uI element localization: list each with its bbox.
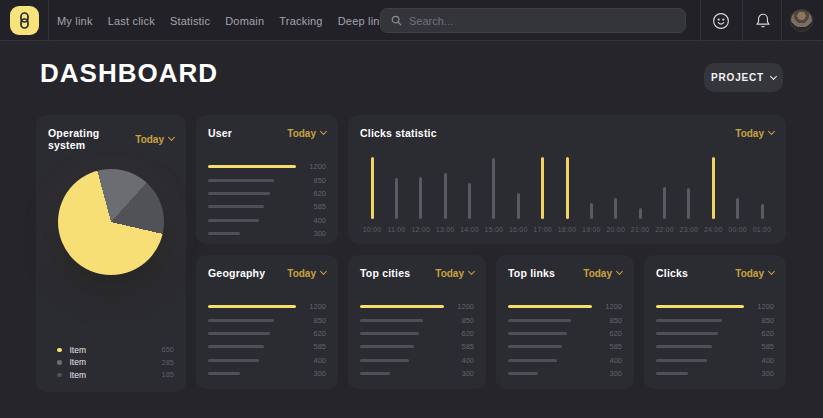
bar <box>517 193 520 219</box>
bar-column: 19:00 <box>579 157 603 233</box>
period-dropdown[interactable]: Today <box>135 134 174 145</box>
nav-item-last-click[interactable]: Last click <box>108 15 155 27</box>
bar-row: 620 <box>360 327 474 340</box>
bar <box>712 157 715 219</box>
bar-row: 850 <box>360 313 474 326</box>
time-label: 19:00 <box>582 226 601 233</box>
bar-track <box>687 157 690 219</box>
nav-item-domain[interactable]: Domain <box>225 15 264 27</box>
page-title: DASHBOARD <box>40 58 218 89</box>
bar-row: 850 <box>208 313 326 326</box>
bar-value: 300 <box>304 229 326 238</box>
top-nav: My linkLast clickStatisticDomainTracking… <box>0 0 823 41</box>
chevron-down-icon <box>168 134 175 141</box>
time-label: 00:00 <box>728 226 747 233</box>
bar-track <box>208 345 296 348</box>
period-dropdown[interactable]: Today <box>735 128 774 139</box>
nav-item-tracking[interactable]: Tracking <box>279 15 322 27</box>
bar <box>360 305 444 309</box>
bar-track <box>614 157 617 219</box>
bar <box>208 179 274 182</box>
bar-track <box>508 319 592 322</box>
bar-row: 300 <box>656 367 774 380</box>
period-dropdown[interactable]: Today <box>287 268 326 279</box>
legend-value: 185 <box>161 370 174 379</box>
bar-column: 20:00 <box>604 157 628 233</box>
bar-chart: 1200850620585400300 <box>656 300 774 380</box>
legend-label: Item <box>70 345 162 355</box>
search-input[interactable] <box>409 15 675 27</box>
bar-column: 15:00 <box>482 157 506 233</box>
bar-track <box>761 157 764 219</box>
bar-row: 1200 <box>508 300 622 313</box>
page-header: DASHBOARD PROJECT <box>0 42 823 104</box>
nav-item-statistic[interactable]: Statistic <box>170 15 210 27</box>
bar <box>444 173 447 219</box>
bar-value: 585 <box>752 342 774 351</box>
app-logo[interactable] <box>10 6 39 35</box>
bar-row: 585 <box>656 340 774 353</box>
bar-column: 01:00 <box>750 157 774 233</box>
bar-value: 620 <box>304 189 326 198</box>
bar-value: 620 <box>752 329 774 338</box>
time-label: 23:00 <box>680 226 699 233</box>
bar-value: 400 <box>304 216 326 225</box>
legend-label: Item <box>70 370 162 380</box>
bar <box>208 332 270 335</box>
bar <box>736 198 739 219</box>
link-icon <box>17 12 32 29</box>
bar-track <box>639 157 642 219</box>
search-box[interactable] <box>380 8 686 33</box>
chevron-down-icon <box>768 128 775 135</box>
bar-value: 400 <box>752 356 774 365</box>
card-geography: Geography Today 1200850620585400300 <box>196 255 338 389</box>
avatar[interactable] <box>790 9 813 32</box>
period-dropdown[interactable]: Today <box>287 128 326 139</box>
bar <box>208 305 296 309</box>
card-title: User <box>208 127 232 139</box>
period-dropdown[interactable]: Today <box>583 268 622 279</box>
bar-track <box>656 345 744 348</box>
nav-item-my-link[interactable]: My link <box>57 15 93 27</box>
bar <box>508 359 557 362</box>
bar-row: 400 <box>656 354 774 367</box>
bar-track <box>508 305 592 309</box>
legend-dot <box>57 348 62 353</box>
bar <box>508 372 538 375</box>
bar-value: 1200 <box>304 302 326 311</box>
bar-column: 17:00 <box>531 157 555 233</box>
project-button[interactable]: PROJECT <box>704 63 783 92</box>
bar-row: 1200 <box>208 160 326 173</box>
time-label: 20:00 <box>606 226 625 233</box>
bar <box>419 177 422 219</box>
bar <box>468 183 471 219</box>
bar-track <box>508 359 592 362</box>
bar <box>508 345 562 348</box>
bar-track <box>444 157 447 219</box>
bar-track <box>208 319 296 322</box>
chevron-down-icon <box>770 72 777 79</box>
bar-track <box>360 372 444 375</box>
period-dropdown[interactable]: Today <box>735 268 774 279</box>
bar-track <box>468 157 471 219</box>
period-label: Today <box>287 128 316 139</box>
notifications-button[interactable] <box>743 0 783 41</box>
account-button[interactable] <box>701 0 741 41</box>
project-button-label: PROJECT <box>711 72 764 83</box>
bar <box>656 319 722 322</box>
search-icon <box>391 15 409 26</box>
bar-track <box>208 372 296 375</box>
bar <box>761 204 764 219</box>
bar-track <box>508 332 592 335</box>
bar-value: 1200 <box>752 302 774 311</box>
card-top-links: Top links Today 1200850620585400300 <box>496 255 634 389</box>
card-title: Clicks statistic <box>360 127 437 139</box>
bar-column: 18:00 <box>555 157 579 233</box>
bar-value: 850 <box>452 316 474 325</box>
period-dropdown[interactable]: Today <box>435 268 474 279</box>
bar <box>208 165 296 169</box>
bar-value: 300 <box>600 369 622 378</box>
bar-track <box>541 157 544 219</box>
bar <box>656 372 688 375</box>
time-label: 17:00 <box>533 226 552 233</box>
